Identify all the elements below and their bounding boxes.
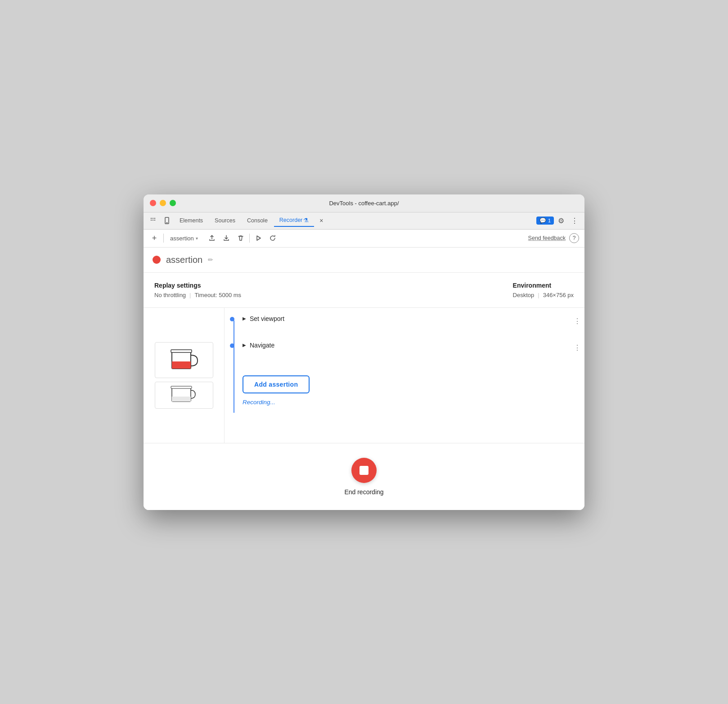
replay-settings-values: No throttling | Timeout: 5000 ms [154,292,241,298]
tab-recorder[interactable]: Recorder ⚗ [274,214,314,227]
export-button[interactable] [206,232,218,244]
timeline-line [234,320,234,413]
end-recording-label: End recording [344,488,383,496]
environment-preset: Desktop [513,292,535,298]
step-2-arrow: ▶ [243,343,246,347]
chevron-down-icon: ▾ [196,236,198,241]
environment-values: Desktop | 346×756 px [513,292,574,298]
tab-sources[interactable]: Sources [209,214,241,227]
recorder-toolbar: + assertion ▾ [144,230,584,248]
add-assertion-button[interactable]: Add assertion [243,375,310,393]
environment-dimensions: 346×756 px [543,292,574,298]
svg-rect-0 [151,218,152,219]
svg-rect-3 [153,220,153,221]
step-1-content[interactable]: ▶ Set viewport [243,315,570,322]
preview-panel: Espresso Macchiato $12.00 [144,308,225,443]
delete-button[interactable] [235,232,247,244]
close-button[interactable] [150,200,156,206]
steps-section: Espresso Macchiato $12.00 [144,308,584,443]
recording-indicator [153,256,161,264]
main-content: assertion ✏ Replay settings No throttlin… [144,248,584,510]
feedback-badge[interactable]: 💬 1 [536,217,554,225]
recording-name: assertion [166,255,202,265]
svg-rect-2 [151,220,152,221]
flask-icon: ⚗ [303,217,309,224]
maximize-button[interactable] [170,200,176,206]
tab-elements[interactable]: Elements [174,214,208,227]
step-2-more-icon[interactable]: ⋮ [570,342,584,354]
minimize-button[interactable] [160,200,166,206]
coffee-mug-small-icon [168,385,200,405]
step-1-label: Set viewport [250,315,284,322]
play-button[interactable] [252,232,264,244]
svg-rect-5 [154,220,155,221]
window-title: DevTools - coffee-cart.app/ [329,200,399,207]
send-feedback-link[interactable]: Send feedback [528,235,566,241]
recording-header: assertion ✏ [144,248,584,273]
environment-label: Environment [513,282,574,289]
step-item: ▶ Navigate ⋮ [243,342,584,354]
step-dot-1 [230,317,234,321]
close-tab-icon[interactable]: × [315,214,328,227]
devtools-window: DevTools - coffee-cart.app/ Elements Sou… [144,194,584,510]
recording-status: Recording... [243,399,275,406]
coffee-mug-icon [168,346,200,375]
devtools-tab-bar: Elements Sources Console Recorder ⚗ × 💬 … [144,212,584,230]
step-2-content[interactable]: ▶ Navigate [243,342,570,349]
svg-rect-4 [154,218,155,219]
edit-name-icon[interactable]: ✏ [208,256,213,263]
step-1-arrow: ▶ [243,316,246,321]
svg-rect-9 [172,361,191,369]
settings-icon[interactable]: ⚙ [555,214,567,227]
step-2-label: Navigate [250,342,274,349]
step-dot-2 [230,343,234,348]
steps-panel: ▶ Set viewport ⋮ ▶ Navigate ⋮ [225,308,584,443]
svg-rect-12 [172,397,191,402]
svg-rect-13 [171,386,192,388]
toolbar-divider-1 [163,234,164,243]
stop-icon [360,466,368,475]
add-recording-button[interactable]: + [149,234,160,243]
step-1-more-icon[interactable]: ⋮ [570,315,584,327]
timeout-value: Timeout: 5000 ms [194,292,241,298]
mobile-icon[interactable] [161,214,173,227]
bottom-section: End recording [144,443,584,510]
recording-dropdown[interactable]: assertion ▾ [167,234,201,243]
import-button[interactable] [220,232,232,244]
replay-settings-label: Replay settings [154,282,241,289]
settings-section: Replay settings No throttling | Timeout:… [144,273,584,308]
step-item: ▶ Set viewport ⋮ [243,315,584,327]
svg-rect-7 [166,222,168,223]
traffic-lights [150,200,176,206]
more-options-icon[interactable]: ⋮ [568,214,581,227]
replay-button[interactable] [267,232,279,244]
preview-thumb-2 [155,382,213,409]
tab-console[interactable]: Console [242,214,273,227]
preview-thumb-1: Espresso Macchiato $12.00 [155,342,213,378]
toolbar-actions [206,232,279,244]
title-bar: DevTools - coffee-cart.app/ [144,194,584,212]
steps-timeline: ▶ Set viewport ⋮ ▶ Navigate ⋮ [225,315,584,413]
toolbar-divider-2 [249,234,250,243]
end-recording-button[interactable] [351,458,377,483]
environment-settings: Environment Desktop | 346×756 px [513,282,574,298]
replay-settings: Replay settings No throttling | Timeout:… [154,282,241,298]
help-button[interactable]: ? [569,233,579,243]
svg-rect-10 [171,350,192,352]
svg-rect-1 [153,218,153,219]
cursor-icon[interactable] [147,214,160,227]
throttling-value: No throttling [154,292,186,298]
add-assertion-area: Add assertion Recording... [243,368,584,413]
